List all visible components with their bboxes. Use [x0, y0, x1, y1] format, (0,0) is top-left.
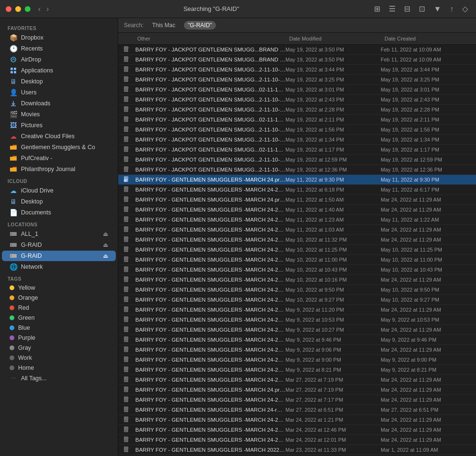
- table-row[interactable]: BARRY FOY - JACKPOT GENTLEMEN SMUGG...2-…: [118, 155, 476, 165]
- table-row[interactable]: BARRY FOY - GENTLEMEN SMUGGLERS -MARCH 2…: [118, 375, 476, 385]
- table-row[interactable]: BARRY FOY - GENTLEMEN SMUGGLERS -MARCH 2…: [118, 345, 476, 355]
- file-date-modified: May 9, 2022 at 11:20 PM: [285, 307, 381, 313]
- table-row[interactable]: BARRY FOY - GENTLEMEN SMUGGLERS -MARCH 2…: [118, 245, 476, 255]
- table-row[interactable]: BARRY FOY - GENTLEMEN SMUGGLERS -MARCH 2…: [118, 405, 476, 415]
- sidebar-item-tag-green[interactable]: Green: [2, 313, 116, 323]
- table-row[interactable]: BARRY FOY - JACKPOT GENTLEMEN SMUGG...2-…: [118, 125, 476, 135]
- sidebar-item-network[interactable]: 🌐 Network: [2, 262, 116, 272]
- minimize-button[interactable]: [15, 6, 21, 12]
- sidebar-item-airdrop[interactable]: AirDrop: [2, 54, 116, 65]
- sidebar-item-g-raid-2[interactable]: G-RAID ⏏: [2, 251, 116, 261]
- table-row[interactable]: BARRY FOY - JACKPOT GENTLEMEN SMUGG...02…: [118, 115, 476, 125]
- sidebar-item-gentlemen[interactable]: Gentlemen Smugglers & Co: [2, 142, 116, 152]
- table-row[interactable]: BARRY FOY - GENTLEMEN SMUGGLERS -MARCH 2…: [118, 355, 476, 365]
- search-g-raid-btn[interactable]: "G-RAID": [184, 21, 216, 30]
- table-row[interactable]: BARRY FOY - JACKPOT GENTLEMEN SMUGG...BR…: [118, 55, 476, 65]
- sidebar-item-pufcreativ[interactable]: PufCreativ -: [2, 153, 116, 163]
- table-row[interactable]: BARRY FOY - GENTLEMEN SMUGGLERS -MARCH 2…: [118, 235, 476, 245]
- forward-button[interactable]: ›: [44, 4, 51, 14]
- tag-icon[interactable]: ◇: [460, 3, 470, 14]
- sidebar-item-label: Gentlemen Smugglers & Co: [21, 144, 95, 151]
- sidebar-item-g-raid-1[interactable]: G-RAID ⏏: [2, 240, 116, 250]
- table-row[interactable]: BARRY FOY - JACKPOT GENTLEMEN SMUGG...2-…: [118, 65, 476, 75]
- table-row[interactable]: BARRY FOY - GENTLEMEN SMUGGLERS -MARCH 2…: [118, 325, 476, 335]
- table-row[interactable]: BARRY FOY - GENTLEMEN SMUGGLERS -MARCH 2…: [118, 435, 476, 445]
- sidebar-item-recents[interactable]: 🕐 Recents: [2, 43, 116, 54]
- table-row[interactable]: BARRY FOY - GENTLEMEN SMUGGLERS -MARCH 2…: [118, 225, 476, 235]
- close-button[interactable]: [6, 6, 11, 12]
- sidebar-item-tag-red[interactable]: Red: [2, 303, 116, 313]
- sidebar-item-downloads[interactable]: Downloads: [2, 98, 116, 109]
- table-row[interactable]: BARRY FOY - GENTLEMEN SMUGGLERS -MARCH 2…: [118, 425, 476, 435]
- table-row[interactable]: BARRY FOY - GENTLEMEN SMUGGLERS -MARCH 2…: [118, 385, 476, 395]
- table-row[interactable]: BARRY FOY - JACKPOT GENTLEMEN SMUGG...2-…: [118, 105, 476, 115]
- table-row[interactable]: BARRY FOY - JACKPOT GENTLEMEN SMUGG...2-…: [118, 135, 476, 145]
- table-row[interactable]: BARRY FOY - GENTLEMEN SMUGGLERS -MARCH 2…: [118, 445, 476, 455]
- file-date-modified: Mar 24, 2022 at 12:46 PM: [285, 427, 381, 433]
- sidebar-item-icloud-drive[interactable]: ☁ iCloud Drive: [2, 185, 116, 196]
- table-row[interactable]: BARRY FOY - GENTLEMEN SMUGGLERS -MARCH 2…: [118, 335, 476, 345]
- sidebar-item-users[interactable]: 👤 Users: [2, 87, 116, 98]
- sidebar-item-creative-cloud[interactable]: ☁ Creative Cloud Files: [2, 131, 116, 142]
- favorites-label: Favorites: [0, 22, 118, 32]
- table-row[interactable]: BARRY FOY - GENTLEMEN SMUGGLERS -MARCH 2…: [118, 195, 476, 205]
- sidebar-item-tag-purple[interactable]: Purple: [2, 333, 116, 343]
- sidebar-item-pictures[interactable]: 🖼 Pictures: [2, 120, 116, 131]
- file-date-modified: Mar 23, 2022 at 11:33 PM: [285, 447, 381, 453]
- sidebar-item-tag-blue[interactable]: Blue: [2, 323, 116, 333]
- table-row[interactable]: BARRY FOY - GENTLEMEN SMUGGLERS -MARCH 2…: [118, 315, 476, 325]
- table-row[interactable]: BARRY FOY - GENTLEMEN SMUGGLERS -MARCH 2…: [118, 185, 476, 195]
- table-row[interactable]: BARRY FOY - JACKPOT GENTLEMEN SMUGG...02…: [118, 85, 476, 95]
- sidebar-item-tag-home[interactable]: Home: [2, 363, 116, 373]
- table-row[interactable]: BARRY FOY - JACKPOT GENTLEMEN SMUGG...2-…: [118, 95, 476, 105]
- search-this-mac-btn[interactable]: This Mac: [148, 21, 179, 30]
- sidebar-item-philanthropy[interactable]: Philanthropy Journal: [2, 164, 116, 174]
- sidebar-item-all-tags[interactable]: ⋯ All Tags...: [2, 373, 116, 384]
- sidebar-item-desktop[interactable]: 🖥 Desktop: [2, 76, 116, 87]
- col-header-date[interactable]: Date Modified: [285, 35, 381, 42]
- sidebar-item-documents[interactable]: 📄 Documents: [2, 207, 116, 218]
- all1-drive-icon: [10, 230, 17, 238]
- sidebar-item-applications[interactable]: Applications: [2, 65, 116, 76]
- table-row[interactable]: BARRY FOY - GENTLEMEN SMUGGLERS -MARCH 2…: [118, 205, 476, 215]
- all1-eject-icon[interactable]: ⏏: [103, 231, 108, 237]
- back-button[interactable]: ‹: [36, 4, 42, 14]
- table-row[interactable]: BARRY FOY - GENTLEMEN SMUGGLERS -MARCH 2…: [118, 175, 476, 185]
- svg-rect-106: [124, 360, 127, 360]
- table-row[interactable]: BARRY FOY - GENTLEMEN SMUGGLERS -MARCH 2…: [118, 285, 476, 295]
- g-raid-2-eject-icon[interactable]: ⏏: [103, 253, 108, 259]
- view-more-icon[interactable]: ▼: [431, 4, 444, 14]
- table-row[interactable]: BARRY FOY - GENTLEMEN SMUGGLERS -MARCH 2…: [118, 275, 476, 285]
- table-row[interactable]: BARRY FOY - GENTLEMEN SMUGGLERS -MARCH 2…: [118, 295, 476, 305]
- svg-rect-71: [124, 241, 126, 242]
- view-list-icon[interactable]: ☰: [386, 3, 398, 14]
- table-row[interactable]: BARRY FOY - GENTLEMEN SMUGGLERS -MARCH 2…: [118, 305, 476, 315]
- file-date-created: May 19, 2022 at 1:17 PM: [381, 147, 476, 152]
- table-row[interactable]: BARRY FOY - JACKPOT GENTLEMEN SMUGG...2-…: [118, 165, 476, 175]
- sidebar-item-tag-orange[interactable]: Orange: [2, 293, 116, 303]
- table-row[interactable]: BARRY FOY - JACKPOT GENTLEMEN SMUGG...BR…: [118, 45, 476, 55]
- table-row[interactable]: BARRY FOY - GENTLEMEN SMUGGLERS -MARCH 2…: [118, 395, 476, 405]
- g-raid-1-eject-icon[interactable]: ⏏: [103, 242, 108, 248]
- view-gallery-icon[interactable]: ⊡: [416, 3, 427, 14]
- sidebar-item-desktop-icloud[interactable]: 🖥 Desktop: [2, 196, 116, 207]
- sidebar-item-all1[interactable]: ALL_1 ⏏: [2, 229, 116, 239]
- share-icon[interactable]: ↑: [447, 4, 456, 14]
- view-grid-icon[interactable]: ⊞: [372, 3, 383, 14]
- col-header-created[interactable]: Date Created: [381, 35, 476, 42]
- view-columns-icon[interactable]: ⊟: [402, 3, 413, 14]
- table-row[interactable]: BARRY FOY - JACKPOT GENTLEMEN SMUGG...2-…: [118, 75, 476, 85]
- table-row[interactable]: BARRY FOY - GENTLEMEN SMUGGLERS -MARCH 2…: [118, 215, 476, 225]
- table-row[interactable]: BARRY FOY - JACKPOT GENTLEMEN SMUGG...02…: [118, 145, 476, 155]
- table-row[interactable]: BARRY FOY - GENTLEMEN SMUGGLERS -MARCH 2…: [118, 265, 476, 275]
- table-row[interactable]: BARRY FOY - GENTLEMEN SMUGGLERS -MARCH 2…: [118, 365, 476, 375]
- sidebar-item-tag-work[interactable]: Work: [2, 353, 116, 363]
- table-row[interactable]: BARRY FOY - GENTLEMEN SMUGGLERS -MARCH 2…: [118, 255, 476, 265]
- sidebar-item-movies[interactable]: 🎬 Movies: [2, 109, 116, 120]
- col-header-name[interactable]: Other: [118, 35, 285, 42]
- maximize-button[interactable]: [25, 6, 30, 12]
- table-row[interactable]: BARRY FOY - GENTLEMEN SMUGGLERS -MARCH 2…: [118, 415, 476, 425]
- sidebar-item-dropbox[interactable]: 📦 Dropbox: [2, 32, 116, 43]
- sidebar-item-tag-yellow[interactable]: Yellow: [2, 283, 116, 293]
- sidebar-item-tag-gray[interactable]: Gray: [2, 343, 116, 353]
